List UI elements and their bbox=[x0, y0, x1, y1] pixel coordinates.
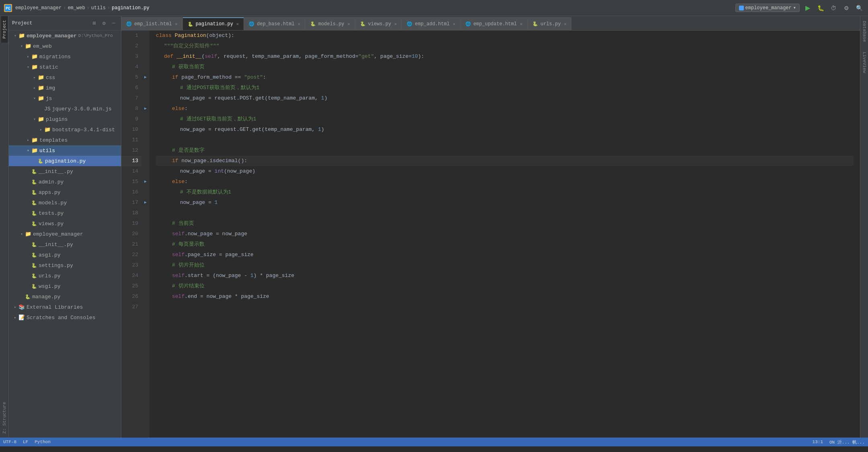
scratch-icon: 📝 bbox=[18, 314, 25, 321]
tree-js[interactable]: ▾ 📁 js bbox=[9, 93, 121, 104]
library-icon: 📚 bbox=[18, 304, 25, 310]
tab-close-views[interactable]: ✕ bbox=[394, 22, 397, 26]
code-line-13: if now_page.isdecimal(): bbox=[156, 156, 854, 166]
svg-text:PC: PC bbox=[6, 6, 10, 11]
breakpoint-15[interactable]: ▶ bbox=[141, 177, 149, 187]
tree-css[interactable]: ▸ 📁 css bbox=[9, 72, 121, 83]
folder-icon: 📁 bbox=[18, 33, 25, 39]
tab-views[interactable]: 🐍 views.py ✕ bbox=[355, 17, 402, 30]
tree-static[interactable]: ▾ 📁 static bbox=[9, 62, 121, 72]
tree-jquery[interactable]: ▸ JS jquery-3.6.0.min.js bbox=[9, 104, 121, 114]
code-line-25: # 切片结束位 bbox=[156, 281, 854, 291]
run-button[interactable]: ▶ bbox=[803, 3, 813, 13]
tree-admin-py[interactable]: ▸ 🐍 admin.py bbox=[9, 177, 121, 187]
code-line-2: """自定义分页组件""" bbox=[156, 41, 854, 51]
tabbar: 🌐 emp_list.html ✕ 🐍 pagination.py ✕ 🌐 de… bbox=[121, 16, 860, 31]
code-line-19: # 当前页 bbox=[156, 218, 854, 229]
tree-views-py[interactable]: ▸ 🐍 views.py bbox=[9, 218, 121, 229]
tree-pagination-py[interactable]: ▸ 🐍 pagination.py bbox=[9, 156, 121, 166]
tab-urls[interactable]: 🐍 urls.py ✕ bbox=[528, 17, 571, 30]
code-editor[interactable]: 1 2 3 4 5 6 7 8 9 10 11 12 13 14 15 16 1… bbox=[121, 31, 860, 438]
titlebar-left: PC employee_manager › em_web › utils › p… bbox=[4, 4, 735, 12]
tree-wsgi-py[interactable]: ▸ 🐍 wsgi.py bbox=[9, 281, 121, 291]
tree-scratches[interactable]: ▸ 📝 Scratches and Consoles bbox=[9, 312, 121, 323]
py-file-icon: 🐍 bbox=[31, 169, 37, 174]
py-file-icon: 🐍 bbox=[31, 190, 37, 195]
scope-btn[interactable]: ⊞ bbox=[90, 19, 98, 27]
tree-templates[interactable]: ▸ 📁 templates bbox=[9, 135, 121, 145]
tree-img[interactable]: ▸ 📁 img bbox=[9, 83, 121, 93]
tab-close-models[interactable]: ✕ bbox=[348, 22, 350, 26]
folder-icon: 📁 bbox=[25, 231, 31, 237]
tree-migrations[interactable]: ▸ 📁 migrations bbox=[9, 51, 121, 62]
tree-apps-py[interactable]: ▸ 🐍 apps.py bbox=[9, 187, 121, 197]
tab-pagination[interactable]: 🐍 pagination.py ✕ bbox=[183, 17, 244, 30]
tree-ext-libs[interactable]: ▸ 📚 External Libraries bbox=[9, 302, 121, 312]
tab-close-emp-add[interactable]: ✕ bbox=[453, 22, 455, 26]
right-panel: Database LiveView bbox=[860, 16, 868, 438]
main-layout: Project Z: Structure Project ⊞ ⚙ — ▾ 📁 e… bbox=[0, 16, 868, 438]
file-tree: ▾ 📁 employee_manager D:\Python_Pro ▾ 📁 e… bbox=[9, 31, 121, 438]
folder-icon: 📁 bbox=[31, 147, 38, 154]
py-icon: 🐍 bbox=[310, 21, 316, 26]
py-icon: 🐍 bbox=[532, 21, 538, 26]
database-tab[interactable]: Database bbox=[861, 18, 868, 45]
tree-asgi-py[interactable]: ▸ 🐍 asgi.py bbox=[9, 250, 121, 260]
project-vtab[interactable]: Project bbox=[1, 16, 8, 43]
settings-btn[interactable]: ⚙ bbox=[100, 19, 108, 27]
folder-icon: 📁 bbox=[38, 85, 44, 91]
tab-emp-list[interactable]: 🌐 emp_list.html ✕ bbox=[121, 17, 183, 30]
tree-settings-py[interactable]: ▸ 🐍 settings.py bbox=[9, 260, 121, 271]
tree-root[interactable]: ▾ 📁 employee_manager D:\Python_Pro bbox=[9, 31, 121, 41]
code-line-23: # 切片开始位 bbox=[156, 260, 854, 271]
tab-emp-update[interactable]: 🌐 emp_update.html ✕ bbox=[461, 17, 528, 30]
tree-plugins[interactable]: ▾ 📁 plugins bbox=[9, 114, 121, 124]
path2: utils bbox=[91, 5, 106, 11]
code-line-18 bbox=[156, 208, 854, 218]
code-line-22: self.page_size = page_size bbox=[156, 250, 854, 260]
js-file-icon: JS bbox=[44, 106, 51, 112]
tree-models-py[interactable]: ▸ 🐍 models.py bbox=[9, 197, 121, 208]
html-icon: 🌐 bbox=[465, 21, 471, 26]
titlebar-right: employee_manager ▾ ▶ 🐛 ⏱ ⚙ 🔍 bbox=[735, 3, 864, 13]
breakpoint-8[interactable]: ▶ bbox=[141, 104, 149, 114]
tab-models[interactable]: 🐍 models.py ✕ bbox=[305, 17, 355, 30]
tree-init-py[interactable]: ▸ 🐍 __init__.py bbox=[9, 166, 121, 177]
liveview-tab[interactable]: LiveView bbox=[861, 49, 868, 76]
code-line-7: now_page = request.POST.get(temp_name_pa… bbox=[156, 93, 854, 104]
tree-em2[interactable]: ▾ 📁 employee_manager bbox=[9, 229, 121, 239]
project-selector[interactable]: employee_manager ▾ bbox=[735, 4, 800, 12]
tree-utils[interactable]: ▾ 📁 utils bbox=[9, 145, 121, 156]
tab-close-urls[interactable]: ✕ bbox=[564, 22, 566, 26]
tree-bootstrap[interactable]: ▸ 📁 bootstrap-3.4.1-dist bbox=[9, 124, 121, 135]
py-file-icon: 🐍 bbox=[31, 211, 37, 216]
breakpoint-17[interactable]: ▶ bbox=[141, 197, 149, 208]
code-line-26: self.end = now_page * page_size bbox=[156, 291, 854, 302]
profile-button[interactable]: ⏱ bbox=[829, 3, 838, 13]
tab-dep-base[interactable]: 🌐 dep_base.html ✕ bbox=[244, 17, 305, 30]
tab-close-emp-list[interactable]: ✕ bbox=[175, 22, 178, 26]
code-content[interactable]: class Pagination(object): """自定义分页组件""" … bbox=[149, 31, 860, 438]
tree-urls-py[interactable]: ▸ 🐍 urls.py bbox=[9, 271, 121, 281]
search-everywhere-button[interactable]: 🔍 bbox=[854, 3, 864, 13]
statusbar: UTF-8 LF Python 13:1 ON 沂... 帆... bbox=[0, 438, 868, 446]
tab-close-dep-base[interactable]: ✕ bbox=[298, 22, 300, 26]
code-line-16: # 不是数据就默认为1 bbox=[156, 187, 854, 197]
debug-button[interactable]: 🐛 bbox=[816, 3, 825, 13]
tab-close-emp-update[interactable]: ✕ bbox=[520, 22, 522, 26]
tab-emp-add[interactable]: 🌐 emp_add.html ✕ bbox=[402, 17, 460, 30]
structure-vtab[interactable]: Z: Structure bbox=[1, 398, 8, 438]
tree-tests-py[interactable]: ▸ 🐍 tests.py bbox=[9, 208, 121, 218]
breakpoint-5[interactable]: ▶ bbox=[141, 72, 149, 83]
status-text: ON 沂... 帆... bbox=[829, 439, 865, 445]
tree-em2-init[interactable]: ▸ 🐍 __init__.py bbox=[9, 239, 121, 250]
tree-manage-py[interactable]: ▸ 🐍 manage.py bbox=[9, 291, 121, 302]
tab-close-pagination[interactable]: ✕ bbox=[236, 22, 239, 26]
tree-em_web[interactable]: ▾ 📁 em_web bbox=[9, 41, 121, 51]
app-logo: PC bbox=[4, 4, 12, 12]
run-config-button[interactable]: ⚙ bbox=[841, 3, 851, 13]
py-file-icon: 🐍 bbox=[31, 284, 37, 289]
collapse-btn[interactable]: — bbox=[110, 19, 118, 27]
code-line-9: # 通过GET获取当前页，默认为1 bbox=[156, 114, 854, 124]
folder-icon: 📁 bbox=[38, 74, 44, 81]
